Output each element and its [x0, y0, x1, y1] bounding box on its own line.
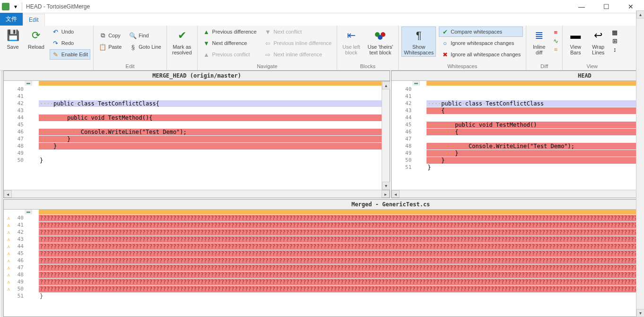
goto-icon: §: [129, 43, 137, 51]
code-line[interactable]: ⚠43?????????????????????????????????????…: [4, 236, 644, 243]
code-line[interactable]: ⚠50?????????????????????????????????????…: [4, 285, 644, 292]
vscrollbar-left[interactable]: ▴▾: [382, 81, 390, 190]
use-theirs-block-button[interactable]: Use 'theirs' text block: [366, 26, 396, 57]
qat-dropdown-icon[interactable]: ▾: [11, 2, 20, 11]
window-controls: — ☐ ✕: [576, 3, 642, 10]
mark-resolved-button[interactable]: ✔ Mark as resolved: [170, 26, 194, 57]
opt1-icon[interactable]: ≡: [552, 28, 559, 36]
hscrollbar-left[interactable]: ◂▸: [4, 190, 390, 198]
goto-line-button[interactable]: §Goto Line: [127, 42, 164, 52]
code-line[interactable]: 46············Console.WriteLine("Test De…: [4, 128, 390, 135]
pane-body-merged[interactable]: ⚠40?????????????????????????????????????…: [4, 210, 644, 317]
code-line[interactable]: 41: [392, 93, 644, 100]
pane-title-merged: Merged - GenericTest.cs: [4, 200, 644, 210]
code-line[interactable]: 47········}: [4, 135, 390, 142]
prev-conf-label: Previous conflict: [212, 52, 250, 57]
code-line[interactable]: 50····}: [392, 157, 644, 164]
arrow-down-icon: ▼: [264, 28, 272, 35]
group-label: [170, 62, 194, 70]
code-line[interactable]: 48····}: [4, 142, 390, 150]
opt3-icon[interactable]: ≈: [552, 45, 559, 53]
code-line[interactable]: ⚠47?????????????????????????????????????…: [4, 264, 644, 271]
pane-body-right[interactable]: 404142····public·class·TestConflictClass…: [392, 81, 644, 190]
ignore-all-whitespace-button[interactable]: ✖Ignore all whitespace changes: [439, 49, 523, 60]
copy-button[interactable]: ⧉Copy: [96, 30, 124, 41]
arrow-up-icon: ▲: [203, 28, 210, 35]
wrap-lines-button[interactable]: ↩ Wrap Lines: [588, 26, 608, 57]
code-line[interactable]: 45: [4, 121, 390, 128]
pane-merged: Merged - GenericTest.cs ⚠40?????????????…: [3, 199, 644, 317]
vscrollbar-merged[interactable]: ▴▾: [636, 10, 644, 317]
save-button[interactable]: 💾 Save: [3, 26, 23, 51]
code-line[interactable]: 49········}: [392, 150, 644, 157]
pane-head: HEAD 404142····public·class·TestConflict…: [391, 70, 644, 198]
code-line[interactable]: ⚠42?????????????????????????????????????…: [4, 229, 644, 236]
code-line[interactable]: ⚠41?????????????????????????????????????…: [4, 221, 644, 229]
code-line[interactable]: 41: [4, 93, 390, 100]
goto-label: Goto Line: [139, 44, 161, 50]
next-diff-button[interactable]: ▼Next difference: [200, 38, 259, 48]
close-button[interactable]: ✕: [625, 3, 636, 10]
code-line[interactable]: 45········public void TestMethod(): [392, 121, 644, 128]
svg-point-2: [378, 35, 383, 40]
inline-diff-button[interactable]: ≣ Inline diff: [529, 26, 549, 57]
ribbon-group-view: ▬ View Bars ↩ Wrap Lines ▦ ⊞ ↕ View: [563, 26, 621, 70]
titlebar: ▾ HEAD - TortoiseGitMerge — ☐ ✕: [0, 0, 644, 13]
code-line[interactable]: 50}: [4, 157, 390, 164]
wrap-icon: ↩: [591, 28, 606, 43]
code-line[interactable]: 44········public void TestMethod(){: [4, 114, 390, 121]
pane-body-left[interactable]: 404142····public·class·TestConflictClass…: [4, 81, 390, 190]
compare-whitespaces-button[interactable]: ✔Compare whitespaces: [439, 26, 523, 37]
code-line[interactable]: 40: [4, 86, 390, 93]
code-line[interactable]: 43: [4, 107, 390, 114]
code-line[interactable]: ⚠48?????????????????????????????????????…: [4, 271, 644, 278]
maximize-button[interactable]: ☐: [600, 3, 612, 10]
code-line[interactable]: ⚠46?????????????????????????????????????…: [4, 257, 644, 264]
reload-button[interactable]: ⟳ Reload: [26, 26, 47, 51]
inline-diff-label: Inline diff: [533, 44, 545, 55]
code-line[interactable]: 40: [392, 86, 644, 93]
code-line[interactable]: 51}: [4, 292, 644, 299]
code-line[interactable]: 42····public·class·TestConflictClass{: [4, 100, 390, 107]
code-line[interactable]: ⚠49?????????????????????????????????????…: [4, 278, 644, 285]
find-button[interactable]: 🔍Find: [127, 30, 164, 41]
prev-inline-diff-button[interactable]: ⇦Previous inline difference: [262, 38, 334, 48]
view-bars-button[interactable]: ▬ View Bars: [566, 26, 585, 57]
code-line[interactable]: ⚠40?????????????????????????????????????…: [4, 214, 644, 221]
code-line[interactable]: 51}: [392, 164, 644, 171]
group-label-diff: Diff: [529, 62, 559, 70]
opt2-icon[interactable]: ∿: [552, 37, 559, 44]
code-line[interactable]: 48············Console.WriteLine("Test De…: [392, 142, 644, 150]
code-line[interactable]: ⚠44?????????????????????????????????????…: [4, 243, 644, 250]
undo-button[interactable]: ↶Undo: [50, 26, 90, 37]
paste-button[interactable]: 📋Paste: [96, 42, 124, 52]
copy-icon: ⧉: [99, 32, 106, 39]
tab-edit[interactable]: Edit: [23, 14, 45, 26]
show-whitespaces-button[interactable]: ¶ Show Whitespaces: [401, 26, 436, 57]
code-line[interactable]: 44: [392, 114, 644, 121]
next-conflict-button[interactable]: ▼Next conflict: [262, 26, 334, 37]
enable-edit-button[interactable]: ✎Enable Edit: [50, 49, 90, 60]
code-line[interactable]: 43····{: [392, 107, 644, 114]
prev-conflict-button[interactable]: ▲Previous conflict: [200, 49, 259, 60]
pane-merge-head: MERGE_HEAD (origin/master) 404142····pub…: [3, 70, 390, 198]
prev-diff-button[interactable]: ▲Previous difference: [200, 26, 259, 37]
code-line[interactable]: 42····public·class·TestConflictClass: [392, 100, 644, 107]
hscrollbar-right[interactable]: ◂▸: [392, 190, 644, 198]
cmp-ws-label: Compare whitespaces: [451, 29, 502, 35]
minimize-button[interactable]: —: [576, 3, 587, 10]
next-inline-diff-button[interactable]: ⇨Next inline difference: [262, 49, 334, 60]
use-left-block-button[interactable]: ⇤ Use left block: [340, 26, 362, 57]
view-opt2-icon[interactable]: ⊞: [611, 37, 618, 44]
tab-file[interactable]: 文件: [0, 13, 23, 26]
pane-title-right: HEAD: [392, 71, 644, 81]
redo-button[interactable]: ↷Redo: [50, 38, 90, 48]
code-line[interactable]: 46········{: [392, 128, 644, 135]
view-opt3-icon[interactable]: ↕: [611, 45, 618, 53]
view-opt1-icon[interactable]: ▦: [611, 28, 618, 36]
code-line[interactable]: 49: [4, 150, 390, 157]
view-bars-label: View Bars: [570, 44, 581, 55]
code-line[interactable]: 47: [392, 135, 644, 142]
ignore-whitespace-button[interactable]: ○Ignore whitespace changes: [439, 38, 523, 48]
code-line[interactable]: ⚠45?????????????????????????????????????…: [4, 250, 644, 257]
